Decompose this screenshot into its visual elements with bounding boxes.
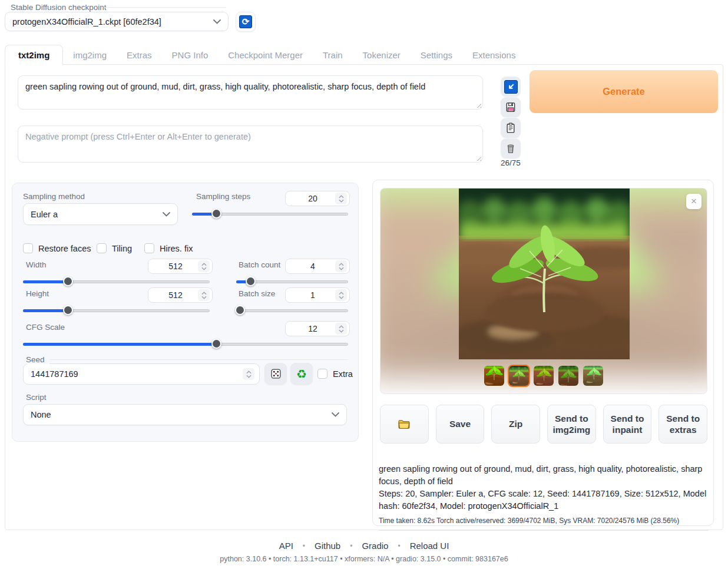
tab-settings[interactable]: Settings [411, 45, 462, 65]
reuse-seed-button[interactable]: ♻ [290, 363, 313, 385]
sampling-method-value: Euler a [31, 210, 58, 219]
reload-ui-link[interactable]: Reload UI [410, 541, 449, 551]
batch-count-slider[interactable] [236, 276, 348, 287]
gradio-link[interactable]: Gradio [362, 541, 388, 551]
prompt-input[interactable]: green sapling rowing out of ground, mud,… [18, 75, 483, 110]
checkbox-box[interactable] [317, 369, 327, 379]
cfg-scale-slider[interactable] [23, 339, 348, 349]
info-params-text: Steps: 20, Sampler: Euler a, CFG scale: … [379, 488, 709, 512]
token-counter: 26/75 [498, 158, 523, 167]
separator-dot: • [350, 542, 352, 550]
save-style-button[interactable] [501, 97, 521, 117]
tab-img2img[interactable]: img2img [63, 45, 117, 65]
result-gallery: × [380, 188, 707, 394]
thumbnail-4[interactable] [557, 365, 580, 387]
checkbox-box[interactable] [97, 243, 107, 253]
send-to-inpaint-button[interactable]: Send to inpaint [603, 405, 652, 444]
checkpoint-select[interactable]: protogenX34OfficialR_1.ckpt [60fe2f34] [5, 12, 229, 31]
sampling-steps-slider[interactable] [192, 209, 348, 219]
thumbnail-2-selected[interactable] [508, 365, 530, 387]
chevron-down-icon [213, 19, 221, 24]
tab-png-info[interactable]: PNG Info [162, 45, 219, 65]
sampling-method-label: Sampling method [23, 192, 85, 201]
checkpoint-label-line [105, 7, 226, 8]
output-actions: Save Zip Send to img2img Send to inpaint… [380, 405, 707, 444]
seed-spinner[interactable] [243, 368, 254, 380]
seed-extra-label: Extra [333, 369, 353, 379]
batch-size-slider[interactable] [236, 305, 348, 316]
restore-faces-label: Restore faces [38, 244, 91, 253]
sampling-steps-spinner[interactable] [335, 193, 347, 204]
batch-count-label: Batch count [239, 260, 280, 269]
sampling-steps-value: 20 [290, 194, 335, 203]
save-button[interactable]: Save [436, 405, 485, 444]
batch-size-spinner[interactable] [335, 289, 347, 301]
script-label: Script [26, 393, 47, 402]
hires-fix-checkbox[interactable]: Hires. fix [144, 243, 193, 253]
send-to-extras-button[interactable]: Send to extras [658, 405, 707, 444]
script-value: None [31, 410, 51, 419]
info-prompt-text: green sapling rowing out of ground, mud,… [379, 463, 709, 488]
height-label: Height [26, 289, 49, 298]
seed-input[interactable]: 1441787169 [23, 363, 260, 385]
github-link[interactable]: Github [315, 541, 340, 551]
generated-image[interactable] [459, 188, 630, 359]
paste-params-button[interactable] [501, 77, 521, 97]
batch-count-input[interactable]: 4 [285, 259, 350, 274]
open-folder-button[interactable] [380, 405, 429, 444]
chevron-down-icon [163, 212, 170, 217]
tab-extensions[interactable]: Extensions [462, 45, 525, 65]
footer-links: API • Github • Gradio • Reload UI [0, 541, 728, 551]
batch-size-input[interactable]: 1 [285, 287, 350, 303]
close-gallery-button[interactable]: × [686, 194, 701, 209]
generate-button[interactable]: Generate [530, 70, 718, 113]
tiling-checkbox[interactable]: Tiling [97, 243, 132, 253]
width-label: Width [26, 260, 47, 269]
send-to-img2img-button[interactable]: Send to img2img [547, 405, 596, 444]
tab-txt2img[interactable]: txt2img [5, 45, 63, 65]
sd-webui-app: Stable Diffusion checkpoint protogenX34O… [0, 0, 728, 569]
tab-tokenizer[interactable]: Tokenizer [353, 45, 411, 65]
dice-icon [270, 368, 282, 380]
thumbnail-1[interactable] [483, 365, 505, 387]
random-seed-button[interactable] [264, 363, 287, 385]
batch-count-spinner[interactable] [335, 260, 347, 272]
clear-prompt-button[interactable] [501, 138, 521, 158]
recycle-icon: ♻ [296, 368, 307, 380]
checkbox-box[interactable] [144, 243, 154, 253]
refresh-checkpoint-button[interactable]: ⟳ [236, 12, 256, 32]
separator-dot: • [303, 542, 305, 550]
api-link[interactable]: API [279, 541, 293, 551]
tab-checkpoint-merger[interactable]: Checkpoint Merger [218, 45, 313, 65]
checkpoint-label: Stable Diffusion checkpoint [11, 3, 107, 12]
width-spinner[interactable] [198, 260, 210, 272]
info-time-text: Time taken: 8.62s Torch active/reserved:… [379, 517, 709, 531]
height-spinner[interactable] [198, 289, 210, 301]
zip-button[interactable]: Zip [491, 405, 540, 444]
sampling-method-select[interactable]: Euler a [23, 203, 178, 225]
height-input[interactable]: 512 [148, 287, 213, 303]
width-value: 512 [153, 262, 198, 271]
refresh-icon: ⟳ [239, 15, 252, 28]
width-slider[interactable] [23, 276, 210, 287]
gallery-thumbnails [380, 365, 707, 387]
apply-style-button[interactable] [501, 118, 521, 138]
sampling-steps-input[interactable]: 20 [285, 191, 350, 206]
height-slider[interactable] [23, 305, 210, 316]
width-input[interactable]: 512 [148, 259, 213, 274]
cfg-scale-input[interactable]: 12 [285, 321, 350, 336]
chevron-down-icon [332, 412, 339, 417]
checkbox-box[interactable] [23, 243, 33, 253]
cfg-scale-spinner[interactable] [335, 323, 347, 335]
sampling-steps-label: Sampling steps [196, 192, 250, 201]
restore-faces-checkbox[interactable]: Restore faces [23, 243, 91, 253]
tab-train[interactable]: Train [313, 45, 353, 65]
thumbnail-3[interactable] [532, 365, 555, 387]
tab-extras[interactable]: Extras [117, 45, 162, 65]
thumbnail-5[interactable] [582, 365, 604, 387]
negative-prompt-input[interactable] [18, 125, 483, 163]
settings-panel: Sampling method Euler a Sampling steps 2… [12, 183, 359, 442]
script-select[interactable]: None [23, 404, 347, 425]
generation-info: green sapling rowing out of ground, mud,… [379, 458, 709, 531]
seed-extra-checkbox[interactable]: Extra [317, 369, 353, 379]
